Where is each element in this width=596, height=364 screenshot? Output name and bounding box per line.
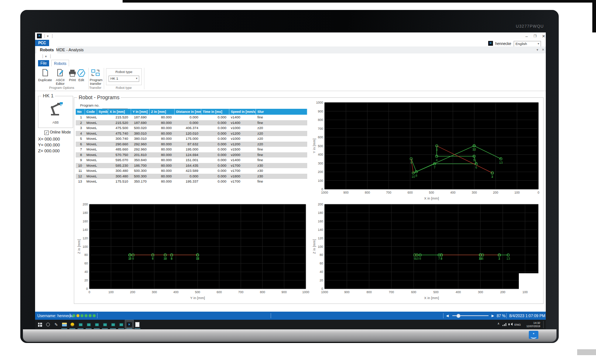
show-desktop-separator[interactable]: [543, 321, 544, 328]
pcc-app-icon[interactable]: ✕: [125, 320, 133, 329]
svg-text:120: 120: [83, 236, 88, 240]
qat-caret-icon[interactable]: ▾: [47, 34, 49, 38]
print-button[interactable]: Print: [68, 69, 77, 82]
table-cell: 475.500: [108, 125, 131, 131]
table-row[interactable]: 9MoveL595.070350.84080.000151.0010.000v1…: [76, 157, 307, 163]
table-row[interactable]: 13MoveL175.510350.17080.000195.3370.000v…: [76, 179, 307, 184]
column-header[interactable]: Z in [mm]: [150, 109, 175, 115]
table-cell: 7: [76, 147, 85, 152]
table-cell: v1500: [229, 147, 256, 152]
table-row[interactable]: 2MoveL215.520187.69080.0000.0000.000v140…: [76, 120, 307, 126]
app-window-icon[interactable]: [93, 320, 101, 329]
tray-clock[interactable]: 14:32 12/07/2019: [522, 321, 540, 328]
table-cell: v1700: [229, 168, 256, 174]
svg-text:800: 800: [365, 191, 370, 194]
status-separator: [70, 313, 70, 318]
zoom-slider-thumb[interactable]: [456, 314, 460, 318]
table-row[interactable]: 12MoveL300.480500.30080.0000.0000.000v18…: [76, 174, 307, 179]
app-window-icon[interactable]: [101, 320, 109, 329]
column-header[interactable]: Distance in [mm]: [175, 109, 201, 115]
table-cell: v2000: [229, 152, 256, 158]
svg-text:Y in [mm]: Y in [mm]: [312, 139, 316, 153]
column-header[interactable]: X in [mm]: [108, 109, 131, 115]
ribbon-separator: [144, 68, 144, 89]
start-icon[interactable]: [36, 320, 44, 329]
network-icon[interactable]: [503, 323, 506, 326]
photo-right-sliver: [592, 0, 596, 32]
svg-text:800: 800: [367, 290, 372, 294]
ascii-editor-button[interactable]: ASCII Editor: [54, 69, 67, 86]
menu-tab-mde-analysis[interactable]: MDE - Analysis: [53, 46, 87, 53]
robot-name-label: HK 1: [41, 93, 55, 98]
table-row[interactable]: 8MoveL570.750201.81080.000124.6940.000v2…: [76, 152, 307, 158]
column-header[interactable]: Time in [ms]: [201, 109, 229, 115]
edit-button[interactable]: Edit: [76, 69, 86, 82]
app-window-icon[interactable]: [76, 320, 85, 329]
table-row[interactable]: 6MoveL290.660292.96080.00087.6320.000v12…: [76, 142, 307, 147]
zoom-out-arrow[interactable]: ◀: [446, 312, 449, 320]
table-row[interactable]: 1MoveL215.520187.69080.0000.0000.000v140…: [76, 115, 307, 120]
table-row[interactable]: 10MoveL585.230186.70080.000164.4350.000v…: [76, 163, 307, 169]
table-cell: 120.010: [175, 131, 201, 136]
svg-text:60: 60: [85, 261, 88, 265]
program-transfer-button[interactable]: Program transfer: [90, 69, 102, 86]
status-separator: [271, 313, 271, 318]
column-header[interactable]: Code: [85, 109, 97, 115]
table-cell: 80.000: [150, 157, 175, 163]
table-cell: z20: [256, 142, 307, 147]
chevron-down-icon: ▾: [538, 41, 539, 46]
minimize-button[interactable]: –: [523, 33, 530, 39]
ribbon-tab-file[interactable]: File: [38, 60, 49, 66]
zoom-in-arrow[interactable]: ▶: [491, 312, 494, 320]
column-header[interactable]: Symbolic: [97, 109, 108, 115]
language-indicator[interactable]: ENG: [514, 323, 521, 326]
search-icon[interactable]: [44, 320, 52, 329]
svg-text:100: 100: [523, 290, 528, 294]
column-header[interactable]: No: [76, 109, 85, 115]
duplicate-button[interactable]: Duplicate: [37, 69, 53, 82]
table-row[interactable]: 11MoveL300.480500.30080.000423.5890.000v…: [76, 168, 307, 174]
ribbon-tab-robots[interactable]: Robots: [51, 60, 69, 67]
svg-text:1000: 1000: [302, 290, 309, 294]
table-cell: v1700: [229, 163, 256, 169]
robot-type-groupbox: Robot type HK 1▾: [106, 68, 142, 85]
online-mode-checkbox[interactable]: ✓: [44, 131, 49, 135]
table-cell: v1000: [229, 136, 256, 142]
qat2-caret-icon[interactable]: ▾: [45, 55, 47, 58]
column-header[interactable]: Slur: [256, 109, 307, 115]
assistant-icon[interactable]: [68, 320, 76, 329]
pen-icon[interactable]: ✎: [52, 320, 60, 329]
pcc-menu-button[interactable]: PCC: [35, 40, 49, 46]
column-header[interactable]: Speed in [mm/s]: [229, 109, 256, 115]
svg-text:10: 10: [415, 257, 419, 260]
app-window-icon[interactable]: [109, 320, 117, 329]
column-header[interactable]: Y in [mm]: [131, 109, 150, 115]
table-row[interactable]: 7MoveL485.660292.96080.000195.0000.000v1…: [76, 147, 307, 152]
file-explorer-icon[interactable]: [60, 320, 68, 329]
close-button[interactable]: ✕: [540, 33, 546, 39]
svg-text:700: 700: [386, 191, 391, 194]
tray-expand-icon[interactable]: ∧: [497, 322, 500, 325]
table-cell: 350.840: [131, 157, 150, 163]
app-window-icon[interactable]: [117, 320, 125, 329]
ribbon-collapse-icon[interactable]: ▾: [537, 48, 538, 52]
restore-button[interactable]: ❐: [532, 33, 538, 39]
edit-icon: [77, 69, 86, 77]
user-name-label: hennecke: [495, 42, 511, 46]
svg-text:180: 180: [83, 211, 88, 215]
table-cell: 195.337: [175, 179, 201, 184]
table-cell: fine: [256, 179, 307, 184]
menu-close-icon[interactable]: ✕: [542, 48, 545, 52]
robot-type-select[interactable]: HK 1▾: [109, 76, 139, 82]
svg-text:1000: 1000: [316, 101, 323, 104]
table-cell: 500.300: [131, 174, 150, 179]
status-dot: [76, 314, 79, 317]
table-row[interactable]: 5MoveL300.740380.01080.000175.0000.000v1…: [76, 136, 307, 142]
table-row[interactable]: 4MoveL475.740380.01080.000120.0100.000v1…: [76, 131, 307, 136]
app-window-icon[interactable]: [85, 320, 93, 329]
speaker-icon[interactable]: [508, 323, 512, 326]
document-app-icon[interactable]: [133, 320, 141, 329]
table-cell: 300.480: [108, 168, 131, 174]
svg-text:40: 40: [320, 270, 323, 274]
table-row[interactable]: 3MoveL475.500500.02080.000406.3740.000v1…: [76, 125, 307, 131]
